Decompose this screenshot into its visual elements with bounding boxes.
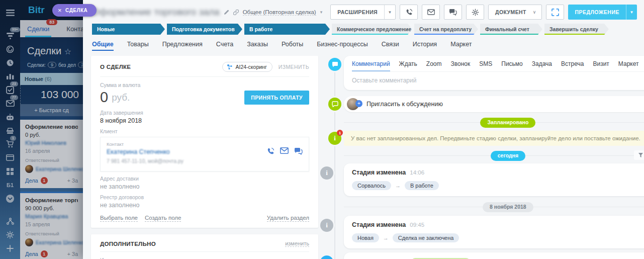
tab-call[interactable]: Звонок	[451, 60, 471, 67]
edit-section-link[interactable]: ИЗМЕНИТЬ	[279, 64, 309, 70]
stage-proposal[interactable]: Коммерческое предложение	[332, 24, 412, 35]
no-activities-notice: У вас нет запланированных дел. Передвинь…	[344, 131, 644, 146]
deal-amount[interactable]: 0	[100, 89, 108, 106]
chevron-down-icon[interactable]: ▼	[626, 5, 637, 20]
call-button[interactable]	[400, 5, 418, 20]
tab-zoom[interactable]: Zoom	[426, 60, 442, 67]
tab-products[interactable]: Товары	[127, 41, 149, 51]
timeline-entry-incoming-call[interactable]: Входящий звонок успешный звонок 09:43 Вх…	[344, 252, 644, 259]
stage-new[interactable]: Новые	[92, 24, 165, 35]
ai-scoring-icon	[227, 64, 233, 70]
stage-close-deal[interactable]: Завершить сделку	[544, 24, 609, 35]
tab-general[interactable]: Общие	[92, 41, 114, 51]
section-title: ДОПОЛНИТЕЛЬНО	[100, 241, 156, 247]
stage-docs[interactable]: Подготовка документов	[167, 24, 242, 35]
tab-market[interactable]: Маркет	[450, 41, 472, 51]
tab-comment[interactable]: Комментарий	[352, 60, 390, 71]
tab-quotes[interactable]: Предложения	[162, 41, 203, 51]
link-icon	[233, 10, 239, 15]
deal-header: Оформление торгового зала Общее (Повторн…	[83, 0, 644, 20]
call-contact-icon[interactable]	[266, 147, 274, 155]
about-deal-card: О СДЕЛКЕ AI24-скоринг ИЗМЕНИТЬ Сумма и в…	[91, 56, 318, 228]
chat-button[interactable]	[444, 5, 462, 20]
stage-in-progress[interactable]: В работе	[244, 24, 330, 35]
timeline-line	[334, 66, 335, 259]
stage-to-tag: В работе	[405, 181, 439, 190]
tab-wait[interactable]: Ждать	[399, 60, 417, 67]
timeline-editor: Комментарий Ждать Zoom Звонок SMS Письмо…	[344, 56, 644, 90]
today-divider: сегодня ФИЛЬТР	[344, 150, 644, 160]
deal-category-selector[interactable]: Общее (Повторная сделка)	[243, 9, 316, 16]
address-value[interactable]: не заполнено	[100, 183, 309, 190]
deal-title[interactable]: Оформление торгового зала	[92, 7, 220, 18]
comment-stream-icon	[328, 58, 341, 71]
deal-tabs: Общие Товары Предложения Счета Заказы Ро…	[83, 35, 644, 51]
edit-section-link[interactable]: изменить	[285, 240, 309, 247]
add-user-icon[interactable]: +	[355, 100, 362, 107]
tab-letter[interactable]: Письмо	[501, 60, 523, 67]
close-icon: ×	[58, 7, 62, 14]
info-icon: i	[320, 166, 333, 180]
chevron-down-icon[interactable]: ▼	[384, 5, 395, 19]
client-contact-card[interactable]: Контакт Екатерина Степченко 7 981 457-11…	[100, 137, 309, 171]
delete-section-link[interactable]: Удалить раздел	[267, 215, 309, 222]
email-button[interactable]	[422, 5, 440, 20]
tab-robots[interactable]: Роботы	[282, 41, 303, 51]
bitrix24-crm-screen: 99+ 23 77 1 Б1 Bitr Сделк	[0, 0, 644, 259]
tab-bizproc[interactable]: Бизнес-процессы	[317, 41, 367, 51]
tab-invoices[interactable]: Счета	[216, 41, 233, 51]
stage-prepay-invoice[interactable]: Счет на предоплату	[414, 24, 478, 35]
call-icon	[320, 255, 333, 259]
date-badge: 8 ноября 2018	[483, 202, 533, 212]
planned-badge: Запланировано	[480, 118, 535, 128]
registry-value[interactable]: не заполнено	[100, 202, 309, 209]
proposal-button[interactable]: ПРЕДЛОЖЕНИЕ ▼	[568, 5, 637, 20]
stage-to-tag: Сделка не заключена	[393, 233, 459, 242]
invite-to-discussion[interactable]: + Пригласить к обсуждению	[344, 96, 644, 112]
stage-from-tag: Новая	[352, 233, 379, 242]
chat-contact-icon[interactable]	[294, 147, 303, 155]
ai-scoring-button[interactable]: AI24-скоринг	[222, 62, 272, 72]
comment-input[interactable]: Оставьте комментарий	[352, 72, 644, 90]
filter-button[interactable]: ФИЛЬТР	[634, 150, 644, 160]
section-title: О СДЕЛКЕ	[100, 64, 131, 70]
close-date-value[interactable]: 8 ноября 2018	[100, 117, 309, 124]
stage-final-invoice[interactable]: Финальный счет	[480, 24, 542, 35]
arrow-icon: →	[383, 235, 389, 241]
create-field-link[interactable]: Создать поле	[145, 215, 181, 222]
arrow-icon: →	[395, 183, 401, 189]
chevron-down-icon: ∨	[533, 10, 542, 15]
edit-pencil-icon[interactable]	[224, 10, 229, 15]
stage-from-tag: Сорвалось	[352, 181, 391, 190]
info-icon: i 1	[328, 132, 341, 145]
tab-sms[interactable]: SMS	[479, 60, 492, 67]
timeline-entry-stage-change[interactable]: i Стадия изменена 09:45 Новая → Сделка н…	[344, 216, 644, 248]
accept-payment-button[interactable]: ПРИНЯТЬ ОПЛАТУ	[244, 91, 309, 105]
tab-visit[interactable]: Визит	[593, 60, 609, 67]
additional-card: ДОПОЛНИТЕЛЬНО изменить Источник Звонок	[91, 234, 318, 259]
tab-links[interactable]: Связи	[382, 41, 399, 51]
slider-overlay[interactable]	[0, 0, 83, 259]
tab-meeting[interactable]: Встреча	[561, 60, 584, 67]
timeline-column: Комментарий Ждать Zoom Звонок SMS Письмо…	[326, 56, 644, 259]
tab-market[interactable]: Маркет	[618, 60, 639, 67]
tab-task[interactable]: Задача	[532, 60, 552, 67]
email-contact-icon[interactable]	[280, 147, 289, 154]
avatar: +	[347, 98, 359, 110]
select-field-link[interactable]: Выбрать поле	[100, 215, 138, 222]
notice-count-badge: 1	[337, 130, 343, 136]
chevron-down-icon: ▾	[320, 10, 323, 15]
settings-button[interactable]	[466, 5, 484, 20]
today-badge: сегодня	[491, 151, 525, 161]
contact-name-link[interactable]: Екатерина Степченко	[107, 148, 183, 155]
deal-fields-column: О СДЕЛКЕ AI24-скоринг ИЗМЕНИТЬ Сумма и в…	[91, 56, 318, 259]
deal-stage-bar: Новые Подготовка документов В работе Ком…	[92, 24, 636, 35]
document-button[interactable]: ДОКУМЕНТ ∨	[488, 5, 542, 20]
extensions-button[interactable]: РАСШИРЕНИЯ ▼	[330, 5, 396, 20]
discussion-icon	[328, 98, 341, 111]
tab-history[interactable]: История	[413, 41, 437, 51]
slider-close-tab[interactable]: × СДЕЛКА	[52, 4, 97, 17]
fullscreen-button[interactable]	[546, 5, 564, 20]
tab-orders[interactable]: Заказы	[247, 41, 268, 51]
timeline-entry-stage-change[interactable]: i Стадия изменена 14:06 Сорвалось → В ра…	[344, 163, 644, 196]
